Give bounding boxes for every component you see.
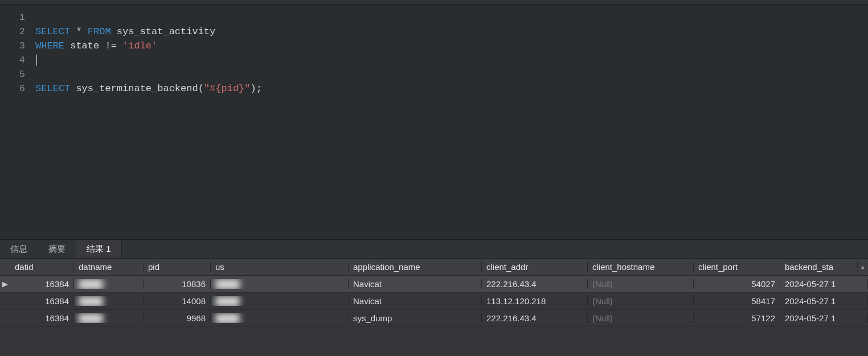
code-token: SELECT [35,26,70,37]
code-token: sys_stat_activity [117,26,215,37]
cell-us[interactable]: ████ [211,279,349,289]
code-token: ) [251,83,256,94]
sql-editor-gutter: 123456 [0,10,35,239]
code-token: ; [256,83,262,94]
cell-backend_start[interactable]: 2024-05-27 1 [780,313,868,323]
column-header-application_name[interactable]: application_name [349,262,482,272]
redacted-value: ████ [215,313,240,323]
text-cursor [36,55,37,66]
cell-client_addr[interactable]: 222.216.43.4 [482,313,588,323]
code-token: WHERE [35,40,64,51]
code-token: sys_terminate_backend [76,83,198,94]
results-tabs: 信息摘要结果 1 [0,239,868,259]
line-number: 5 [0,67,25,81]
column-header-pid[interactable]: pid [144,262,211,272]
cell-client_port[interactable]: 57122 [694,313,780,323]
cell-application_name[interactable]: sys_dump [349,313,482,323]
code-token: state [70,40,99,51]
line-number: 3 [0,39,25,53]
cell-pid[interactable]: 14008 [144,296,211,306]
code-line[interactable] [35,67,868,81]
cell-pid[interactable]: 10836 [144,279,211,289]
cell-pid[interactable]: 9968 [144,313,211,323]
code-token: FROM [88,26,111,37]
cell-client_port[interactable]: 58417 [694,296,780,306]
code-token [111,26,117,37]
column-header-client_addr[interactable]: client_addr [482,262,588,272]
column-header-us[interactable]: us [211,262,349,272]
cell-client_hostname[interactable]: (Null) [588,296,694,306]
results-header-row: datiddatnamepidusapplication_nameclient_… [0,259,868,276]
code-token: 'idle' [122,40,157,51]
code-token [99,40,105,51]
column-header-backend_start[interactable]: backend_sta [780,262,858,272]
cell-datname[interactable]: ████ [74,279,144,289]
cell-datid[interactable]: 16384 [10,279,74,289]
sql-editor[interactable]: 123456 SELECT * FROM sys_stat_activityWH… [0,5,868,239]
cell-client_addr[interactable]: 222.216.43.4 [482,279,588,289]
column-header-datid[interactable]: datid [10,262,74,272]
cell-application_name[interactable]: Navicat [349,296,482,306]
line-number: 1 [0,10,25,24]
code-line[interactable] [35,10,868,24]
toolbar-strip [0,0,868,5]
code-token: SELECT [35,83,70,94]
code-line[interactable]: WHERE state != 'idle' [35,39,868,53]
code-token [70,26,76,37]
cell-datname[interactable]: ████ [74,313,144,323]
column-header-client_hostname[interactable]: client_hostname [588,262,694,272]
code-token [117,40,122,51]
redacted-value: ████ [215,279,240,289]
column-header-datname[interactable]: datname [74,262,144,272]
table-row[interactable]: ▶16384████10836████Navicat222.216.43.4(N… [0,276,868,293]
cell-datname[interactable]: ████ [74,296,144,306]
code-token: ( [198,83,204,94]
line-number: 2 [0,24,25,39]
code-token: != [105,40,116,51]
results-panel: datiddatnamepidusapplication_nameclient_… [0,259,868,356]
cell-client_hostname[interactable]: (Null) [588,313,694,323]
tab-结果 1[interactable]: 结果 1 [76,240,122,258]
cell-datid[interactable]: 16384 [10,313,74,323]
redacted-value: ████ [79,313,103,323]
sql-editor-code[interactable]: SELECT * FROM sys_stat_activityWHERE sta… [35,10,868,239]
line-number: 6 [0,81,25,96]
cell-backend_start[interactable]: 2024-05-27 1 [780,296,868,306]
results-body: ▶16384████10836████Navicat222.216.43.4(N… [0,276,868,327]
cell-backend_start[interactable]: 2024-05-27 1 [780,279,868,289]
code-token [70,83,76,94]
cell-us[interactable]: ████ [211,313,349,323]
cell-client_hostname[interactable]: (Null) [588,279,694,289]
cell-client_addr[interactable]: 113.12.120.218 [482,296,588,306]
code-line[interactable]: SELECT sys_terminate_backend("#{pid}"); [35,81,868,96]
row-marker-icon: ▶ [0,280,10,288]
line-number: 4 [0,53,25,67]
cell-client_port[interactable]: 54027 [694,279,780,289]
tab-摘要[interactable]: 摘要 [38,240,76,258]
cell-datid[interactable]: 16384 [10,296,74,306]
code-token [64,40,70,51]
code-token: "#{pid}" [204,83,251,94]
table-row[interactable]: 16384████14008████Navicat113.12.120.218(… [0,293,868,310]
code-token: * [76,26,81,37]
code-token [82,26,88,37]
column-header-client_port[interactable]: client_port [694,262,780,272]
code-line[interactable]: SELECT * FROM sys_stat_activity [35,24,868,39]
redacted-value: ████ [215,296,240,306]
redacted-value: ████ [79,296,103,306]
scroll-up-icon[interactable]: ▴ [858,263,868,271]
tab-信息[interactable]: 信息 [0,240,38,258]
redacted-value: ████ [79,279,103,289]
cell-us[interactable]: ████ [211,296,349,306]
table-row[interactable]: 16384████9968████sys_dump222.216.43.4(Nu… [0,310,868,327]
code-line[interactable] [35,53,868,67]
cell-application_name[interactable]: Navicat [349,279,482,289]
